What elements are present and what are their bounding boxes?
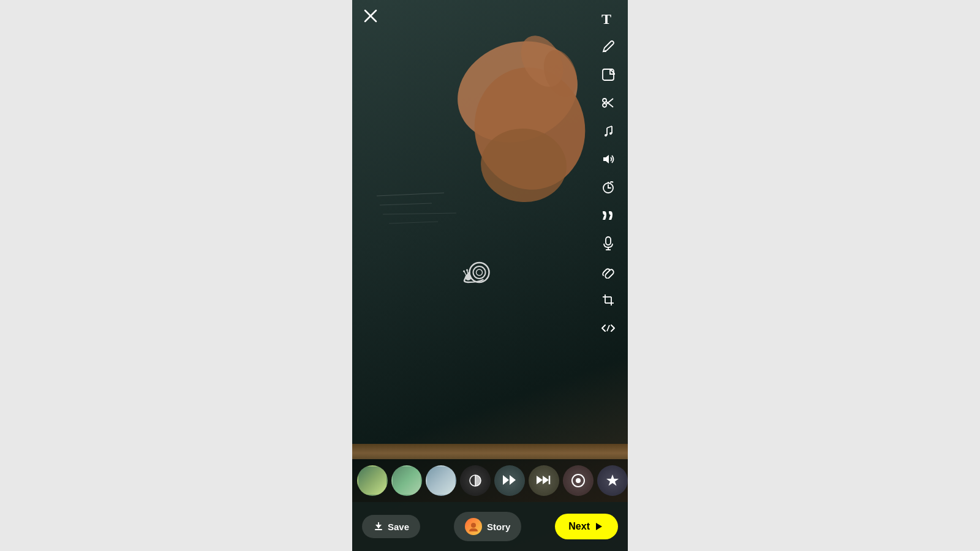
filter-thumb-7[interactable] (563, 465, 594, 496)
svg-line-26 (606, 99, 613, 104)
svg-rect-53 (375, 529, 382, 530)
crop-tool-button[interactable] (596, 288, 620, 312)
svg-marker-52 (606, 474, 619, 486)
code-tool-button[interactable] (596, 316, 620, 340)
svg-line-29 (607, 126, 612, 128)
filter-thumb-6[interactable] (529, 465, 559, 496)
music-tool-button[interactable] (596, 119, 620, 143)
svg-point-15 (463, 271, 465, 272)
svg-line-42 (607, 325, 609, 331)
svg-point-51 (576, 478, 581, 483)
filter-thumb-3[interactable] (426, 465, 456, 496)
svg-point-23 (603, 99, 606, 102)
next-label: Next (568, 521, 590, 532)
svg-marker-56 (596, 523, 602, 530)
svg-rect-34 (606, 237, 611, 245)
svg-line-25 (606, 102, 613, 107)
next-arrow-icon (594, 521, 605, 532)
app-container: T (352, 0, 628, 551)
svg-line-37 (606, 270, 610, 274)
quote-tool-button[interactable] (596, 203, 620, 228)
scissors-tool-button[interactable] (596, 91, 620, 115)
svg-marker-47 (537, 476, 543, 484)
svg-point-9 (469, 263, 489, 282)
right-toolbar: T (596, 0, 620, 502)
wood-texture (352, 444, 628, 459)
link-tool-button[interactable] (596, 260, 620, 284)
svg-point-16 (466, 269, 468, 271)
save-button[interactable]: Save (362, 515, 420, 538)
filter-thumb-4[interactable] (460, 465, 491, 496)
draw-tool-button[interactable] (596, 34, 620, 59)
story-button[interactable]: Story (454, 512, 521, 541)
svg-point-24 (603, 103, 606, 107)
svg-marker-45 (503, 475, 509, 485)
timer-tool-button[interactable] (596, 175, 620, 200)
svg-line-3 (389, 222, 438, 223)
svg-point-11 (476, 269, 482, 276)
svg-text:T: T (601, 11, 611, 26)
bottom-bar: Save Story Next (352, 502, 628, 551)
filter-thumb-1[interactable] (357, 465, 388, 496)
next-button[interactable]: Next (555, 514, 618, 539)
hand-overlay (420, 31, 591, 214)
svg-marker-48 (543, 476, 549, 484)
sticker-tool-button[interactable] (596, 62, 620, 87)
svg-marker-46 (510, 475, 516, 485)
close-button[interactable] (360, 5, 382, 27)
save-label: Save (388, 522, 409, 532)
filter-thumb-5[interactable] (494, 465, 525, 496)
story-avatar (465, 518, 482, 535)
filter-thumb-2[interactable] (391, 465, 422, 496)
filter-strip: ··· (352, 459, 628, 502)
snail-icon (459, 259, 493, 292)
mic-tool-button[interactable] (596, 231, 620, 256)
text-tool-button[interactable]: T (596, 6, 620, 31)
filter-thumb-8[interactable] (597, 465, 628, 496)
story-label: Story (487, 522, 510, 532)
svg-point-55 (471, 523, 476, 528)
volume-tool-button[interactable] (596, 147, 620, 171)
save-icon (373, 521, 384, 532)
svg-point-10 (473, 266, 485, 279)
